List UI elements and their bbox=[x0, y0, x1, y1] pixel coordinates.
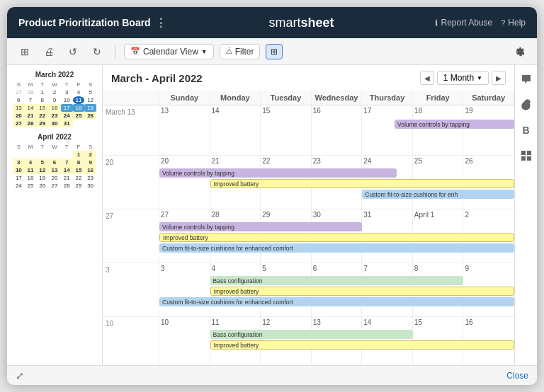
cal-day[interactable]: 3 bbox=[13, 158, 25, 166]
cal-day-cell[interactable]: 28 bbox=[210, 209, 261, 263]
cal-day-cell[interactable]: 10 bbox=[159, 317, 210, 365]
cal-day-cell[interactable]: 6 bbox=[312, 263, 363, 316]
cal-day[interactable]: 17 bbox=[61, 104, 73, 112]
cal-day[interactable]: 1 bbox=[73, 151, 85, 158]
cal-day[interactable]: 28 bbox=[25, 120, 37, 127]
cal-day-cell[interactable]: 27 bbox=[159, 209, 210, 263]
cal-day[interactable]: 29 bbox=[73, 182, 85, 190]
cal-day[interactable]: 16 bbox=[48, 104, 61, 112]
cal-day[interactable]: 8 bbox=[36, 96, 48, 104]
cal-day[interactable]: 7 bbox=[25, 96, 37, 104]
cal-day[interactable]: 4 bbox=[25, 158, 37, 166]
cal-day[interactable]: 2 bbox=[84, 151, 96, 158]
cal-day-cell[interactable]: 29 bbox=[261, 209, 312, 263]
cal-day[interactable]: 15 bbox=[36, 104, 48, 112]
cal-day[interactable]: 27 bbox=[48, 182, 61, 190]
cal-day-cell[interactable]: 8 bbox=[413, 263, 464, 316]
cal-day[interactable]: 4 bbox=[73, 88, 85, 96]
cal-day[interactable]: 10 bbox=[13, 166, 25, 174]
menu-dots-icon[interactable]: ⋮ bbox=[155, 16, 168, 30]
cal-day[interactable]: 2 bbox=[48, 88, 61, 96]
report-abuse-button[interactable]: ℹ Report Abuse bbox=[435, 18, 492, 28]
help-button[interactable]: ? Help bbox=[501, 18, 526, 28]
month-selector-dropdown[interactable]: 1 Month ▼ bbox=[437, 71, 489, 85]
cal-day[interactable]: 26 bbox=[36, 182, 48, 190]
cal-day[interactable]: 28 bbox=[25, 88, 37, 96]
settings-gear-button[interactable] bbox=[509, 42, 528, 62]
filter-button[interactable]: ⧊ Filter bbox=[220, 44, 261, 59]
cal-day[interactable]: 1 bbox=[36, 88, 48, 96]
bold-icon[interactable]: B bbox=[518, 122, 535, 139]
redo-btn[interactable]: ↻ bbox=[88, 42, 106, 61]
prev-nav-button[interactable]: ◀ bbox=[420, 71, 434, 85]
cal-day[interactable]: 13 bbox=[13, 104, 25, 112]
cal-day-today[interactable]: 11 bbox=[73, 96, 85, 104]
cal-day[interactable]: 16 bbox=[84, 166, 96, 174]
chat-icon[interactable] bbox=[518, 71, 535, 88]
cal-day[interactable]: 29 bbox=[36, 120, 48, 127]
cal-day-cell[interactable]: 3 bbox=[159, 263, 210, 316]
grid-view-icon[interactable] bbox=[518, 147, 535, 164]
cal-day[interactable]: 25 bbox=[73, 112, 85, 120]
cal-day-cell[interactable]: 22 bbox=[261, 156, 312, 209]
cal-day[interactable]: 10 bbox=[61, 96, 73, 104]
cal-day[interactable]: 27 bbox=[13, 88, 25, 96]
cal-day-cell[interactable]: 2 bbox=[463, 209, 514, 263]
cal-day[interactable]: 3 bbox=[61, 88, 73, 96]
cal-day-cell[interactable]: 19 bbox=[463, 105, 514, 155]
cal-day[interactable]: 23 bbox=[84, 174, 96, 182]
cal-day[interactable]: 14 bbox=[25, 104, 37, 112]
grid-icon-btn[interactable]: ⊞ bbox=[16, 42, 34, 61]
cal-day-cell[interactable]: 20 bbox=[159, 156, 210, 209]
cal-day[interactable]: 15 bbox=[73, 166, 85, 174]
cal-day[interactable]: 28 bbox=[61, 182, 73, 190]
cal-day[interactable]: 22 bbox=[36, 112, 48, 120]
cal-day-cell[interactable]: 24 bbox=[362, 156, 413, 209]
cal-day[interactable]: 7 bbox=[61, 158, 73, 166]
table-view-btn[interactable]: ⊞ bbox=[266, 44, 283, 59]
cal-day-cell[interactable]: 25 bbox=[413, 156, 464, 209]
cal-day[interactable]: 19 bbox=[36, 174, 48, 182]
next-nav-button[interactable]: ▶ bbox=[492, 71, 506, 85]
cal-day-cell[interactable]: 31 bbox=[362, 209, 413, 263]
cal-day-cell[interactable]: 14 bbox=[210, 105, 261, 155]
print-icon-btn[interactable]: 🖨 bbox=[40, 42, 58, 61]
cal-day-cell[interactable]: 26 bbox=[463, 156, 514, 209]
cal-day-cell[interactable]: April 1 bbox=[413, 209, 464, 263]
cal-day[interactable]: 9 bbox=[48, 96, 61, 104]
cal-day[interactable]: 20 bbox=[48, 174, 61, 182]
cal-day-cell[interactable]: 18 bbox=[413, 105, 464, 155]
cal-day[interactable]: 24 bbox=[61, 112, 73, 120]
cal-day[interactable]: 11 bbox=[25, 166, 37, 174]
cal-day[interactable]: 13 bbox=[48, 166, 61, 174]
cal-day-cell[interactable]: 17 bbox=[362, 105, 413, 155]
cal-day[interactable]: 31 bbox=[61, 120, 73, 127]
cal-day-cell[interactable]: 4 bbox=[210, 263, 261, 316]
cal-day[interactable]: 14 bbox=[61, 166, 73, 174]
cal-day[interactable]: 8 bbox=[73, 158, 85, 166]
cal-day-cell[interactable]: 15 bbox=[261, 105, 312, 155]
cal-day[interactable]: 25 bbox=[25, 182, 37, 190]
undo-btn[interactable]: ↺ bbox=[64, 42, 82, 61]
cal-day[interactable]: 27 bbox=[13, 120, 25, 127]
cal-day-cell[interactable]: 12 bbox=[261, 317, 312, 365]
cal-day[interactable]: 22 bbox=[73, 174, 85, 182]
cal-day-cell[interactable]: 30 bbox=[312, 209, 363, 263]
cal-day[interactable]: 21 bbox=[25, 112, 37, 120]
expand-icon[interactable]: ⤢ bbox=[16, 370, 24, 381]
cal-day[interactable]: 18 bbox=[73, 104, 85, 112]
cal-day[interactable]: 20 bbox=[13, 112, 25, 120]
cal-day-cell[interactable]: 15 bbox=[413, 317, 464, 365]
cal-day[interactable]: 24 bbox=[13, 182, 25, 190]
cal-day-cell[interactable]: 16 bbox=[463, 317, 514, 365]
cal-day-cell[interactable]: 16 bbox=[312, 105, 363, 155]
cal-day[interactable]: 19 bbox=[84, 104, 96, 112]
cal-day-cell[interactable]: 5 bbox=[261, 263, 312, 316]
cal-day-cell[interactable]: 21 bbox=[210, 156, 261, 209]
cal-day[interactable]: 21 bbox=[61, 174, 73, 182]
cal-day-cell[interactable]: 14 bbox=[362, 317, 413, 365]
cal-day[interactable]: 30 bbox=[48, 120, 61, 127]
close-button[interactable]: Close bbox=[506, 371, 528, 381]
cal-day-cell[interactable]: 9 bbox=[463, 263, 514, 316]
cal-day[interactable]: 23 bbox=[48, 112, 61, 120]
